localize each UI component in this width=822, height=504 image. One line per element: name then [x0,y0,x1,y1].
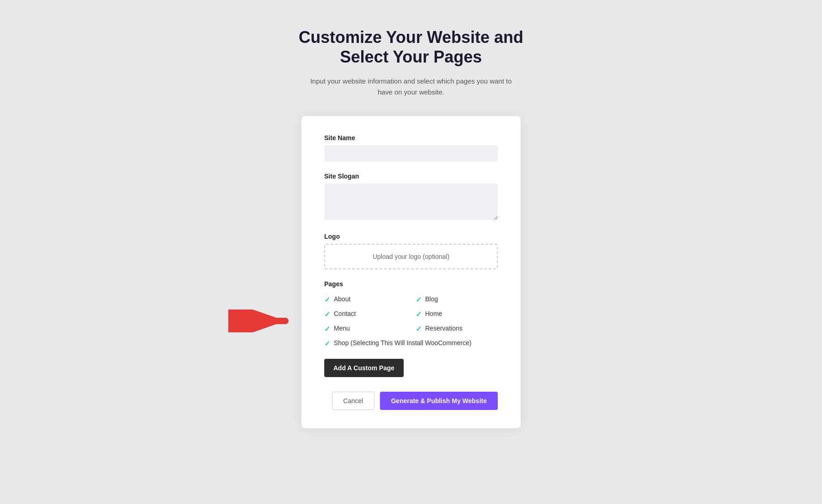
page-label-shop: Shop (Selecting This Will Install WooCom… [334,339,471,348]
page-label-contact: Contact [334,310,356,319]
check-icon-contact: ✓ [324,310,330,319]
page-label-home: Home [425,310,442,319]
site-slogan-label: Site Slogan [324,173,498,180]
page-item-shop: ✓ Shop (Selecting This Will Install WooC… [324,339,498,348]
page-title: Customize Your Website and Select Your P… [299,27,523,67]
pages-grid: ✓ About ✓ Blog ✓ Contact ✓ Home ✓ Menu ✓ [324,295,498,348]
page-item-contact: ✓ Contact [324,310,406,319]
publish-button[interactable]: Generate & Publish My Website [380,392,498,410]
page-label-reservations: Reservations [425,324,463,333]
check-icon-about: ✓ [324,295,330,304]
pages-label: Pages [324,280,498,288]
cancel-button[interactable]: Cancel [332,392,375,410]
action-row: Cancel Generate & Publish My Website [324,392,498,410]
check-icon-blog: ✓ [416,295,422,304]
pages-section: Pages ✓ About ✓ Blog ✓ Contact ✓ Home ✓ … [324,280,498,348]
site-name-label: Site Name [324,134,498,142]
form-card: Site Name Site Slogan Logo Upload your l… [301,116,521,428]
page-item-about: ✓ About [324,295,406,304]
page-item-blog: ✓ Blog [416,295,498,304]
site-slogan-field: Site Slogan [324,173,498,222]
page-label-blog: Blog [425,295,438,304]
logo-upload-area[interactable]: Upload your logo (optional) [324,244,498,269]
site-slogan-input[interactable] [324,184,498,220]
arrow-annotation [228,310,292,332]
add-custom-page-button[interactable]: Add A Custom Page [324,359,404,377]
site-name-field: Site Name [324,134,498,162]
page-subtitle: Input your website information and selec… [306,76,516,98]
page-item-menu: ✓ Menu [324,324,406,333]
page-item-home: ✓ Home [416,310,498,319]
logo-field: Logo Upload your logo (optional) [324,233,498,269]
site-name-input[interactable] [324,145,498,162]
check-icon-shop: ✓ [324,339,330,348]
check-icon-home: ✓ [416,310,422,319]
check-icon-reservations: ✓ [416,325,422,333]
page-label-menu: Menu [334,324,350,333]
page-label-about: About [334,295,351,304]
check-icon-menu: ✓ [324,325,330,333]
logo-label: Logo [324,233,498,240]
page-item-reservations: ✓ Reservations [416,324,498,333]
